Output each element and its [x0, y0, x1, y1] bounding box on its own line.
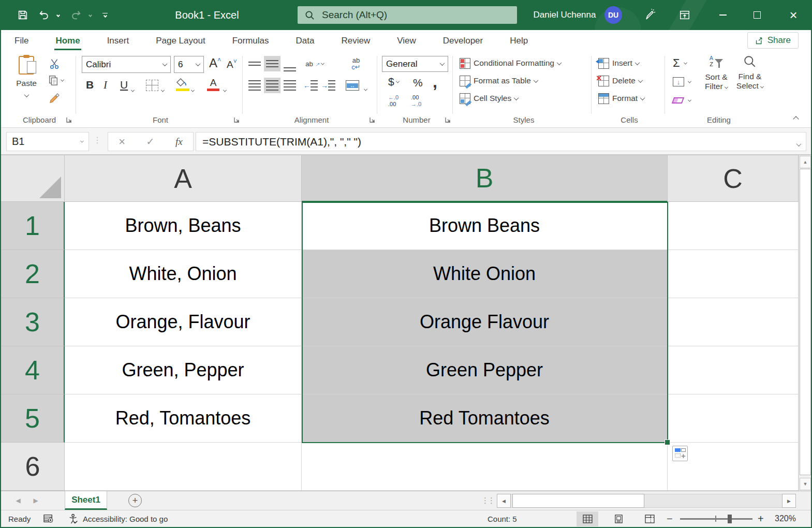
vertical-scroll-thumb[interactable] [800, 169, 811, 475]
merge-center-dropdown[interactable] [364, 84, 367, 93]
customize-quick-access-toolbar[interactable] [98, 0, 112, 30]
avatar[interactable]: DU [604, 6, 622, 24]
font-name-combo[interactable]: Calibri [82, 56, 171, 73]
merge-center-button[interactable]: ↔ [344, 78, 361, 93]
font-size-combo[interactable]: 6 [174, 56, 204, 73]
page-break-preview-button[interactable] [639, 511, 660, 526]
sheet-tab-sheet1[interactable]: Sheet1 [65, 491, 107, 510]
align-middle-button[interactable] [264, 56, 280, 71]
cell-B4[interactable]: Green Pepper [302, 346, 668, 394]
clipboard-dialog-launcher[interactable] [66, 116, 72, 123]
align-bottom-button[interactable] [282, 56, 298, 71]
redo-button[interactable] [67, 0, 85, 30]
fill-color-button[interactable] [176, 78, 189, 91]
tab-file[interactable]: File [12, 30, 31, 52]
row-header-2[interactable]: 2 [1, 250, 65, 298]
formula-input[interactable]: =SUBSTITUTE(TRIM(A1),", "," ") [196, 132, 806, 151]
expand-formula-bar-button[interactable] [797, 139, 801, 149]
coming-soon-button[interactable] [638, 0, 661, 30]
row-header-5[interactable]: 5 [1, 394, 65, 443]
cell-C4[interactable] [668, 346, 799, 394]
insert-function-button[interactable]: fx [175, 136, 183, 148]
cell-A3[interactable]: Orange, Flavour [65, 298, 302, 346]
cell-B2[interactable]: White Onion [302, 250, 668, 298]
copy-button[interactable] [48, 75, 64, 86]
new-sheet-button[interactable]: + [128, 494, 142, 507]
cell-B1[interactable]: Brown Beans [302, 202, 668, 250]
scroll-down-button[interactable]: ▼ [800, 478, 811, 490]
row-header-4[interactable]: 4 [1, 346, 65, 394]
name-box[interactable]: B1 [6, 132, 89, 151]
zoom-out-button[interactable]: − [667, 510, 673, 527]
tab-scroll-splitter[interactable]: ⋮⋮ [481, 491, 494, 510]
conditional-formatting-button[interactable]: Conditional Formatting [460, 55, 561, 71]
font-dialog-launcher[interactable] [233, 116, 240, 123]
save-button[interactable] [13, 0, 32, 30]
shrink-font-button[interactable]: A˅ [227, 58, 237, 70]
number-format-combo[interactable]: General [382, 56, 448, 72]
tab-view[interactable]: View [395, 30, 418, 52]
horizontal-scroll-thumb[interactable] [512, 494, 644, 508]
accessibility-status[interactable]: Accessibility: Good to go [68, 510, 168, 527]
normal-view-button[interactable] [577, 511, 598, 526]
zoom-in-button[interactable]: + [758, 510, 764, 527]
align-left-button[interactable] [246, 78, 263, 93]
minimize-button[interactable] [708, 0, 737, 30]
scroll-right-button[interactable]: ▶ [782, 494, 796, 508]
maximize-button[interactable] [743, 0, 772, 30]
borders-dropdown[interactable] [161, 85, 164, 94]
insert-cells-button[interactable]: Insert [598, 55, 639, 71]
grow-font-button[interactable]: A˄ [209, 56, 221, 70]
align-top-button[interactable] [246, 56, 263, 71]
enter-button[interactable]: ✓ [146, 136, 155, 148]
fill-color-dropdown[interactable] [191, 85, 194, 94]
autofill-options-button[interactable]: + [672, 446, 688, 461]
cell-A5[interactable]: Red, Tomantoes [65, 394, 302, 443]
zoom-slider-thumb[interactable] [728, 515, 732, 523]
align-center-button[interactable] [264, 78, 280, 93]
close-button[interactable]: × [778, 0, 809, 30]
autosum-button[interactable]: Σ [673, 55, 687, 71]
font-color-button[interactable]: A [207, 78, 219, 91]
next-sheet-button[interactable]: ▶ [29, 491, 42, 510]
find-select-button[interactable]: Find & Select [734, 55, 766, 91]
vertical-scrollbar[interactable]: ▲ ▼ [799, 155, 811, 491]
number-dialog-launcher[interactable] [445, 116, 451, 123]
cut-button[interactable] [49, 58, 60, 71]
zoom-level[interactable]: 320% [775, 510, 796, 527]
sort-filter-button[interactable]: AZ Sort & Filter [702, 55, 731, 91]
increase-decimal-button[interactable]: ←.0.00 [388, 94, 398, 107]
prev-sheet-button[interactable]: ◀ [11, 491, 25, 510]
undo-button[interactable] [35, 0, 53, 30]
scroll-left-button[interactable]: ◀ [497, 494, 511, 508]
macro-record-button[interactable] [43, 510, 54, 527]
cell-B3[interactable]: Orange Flavour [302, 298, 668, 346]
fill-handle[interactable] [665, 439, 670, 445]
format-as-table-button[interactable]: Format as Table [460, 72, 538, 89]
share-button[interactable]: Share [747, 32, 799, 49]
tab-page-layout[interactable]: Page Layout [154, 30, 207, 52]
format-cells-button[interactable]: Format [598, 90, 644, 107]
cell-B6[interactable] [302, 443, 668, 491]
row-header-6[interactable]: 6 [1, 443, 65, 491]
italic-button[interactable]: I [104, 79, 107, 92]
tab-insert[interactable]: Insert [105, 30, 131, 52]
cell-C2[interactable] [668, 250, 799, 298]
percent-style-button[interactable]: % [413, 77, 423, 89]
orientation-button[interactable]: ab → [304, 56, 325, 71]
tab-developer[interactable]: Developer [441, 30, 485, 52]
column-header-c[interactable]: C [668, 155, 799, 202]
cell-A1[interactable]: Brown, Beans [65, 202, 302, 250]
underline-button[interactable]: U [120, 79, 128, 91]
format-painter-button[interactable] [49, 92, 61, 106]
row-header-3[interactable]: 3 [1, 298, 65, 346]
undo-dropdown[interactable] [53, 0, 63, 30]
accounting-format-button[interactable]: $ [388, 76, 399, 88]
decrease-indent-button[interactable]: ← [302, 78, 319, 93]
cell-C5[interactable] [668, 394, 799, 443]
cancel-button[interactable]: × [119, 135, 125, 149]
cell-styles-button[interactable]: Cell Styles [460, 90, 518, 107]
cell-B5[interactable]: Red Tomantoes [302, 394, 668, 443]
font-color-dropdown[interactable] [224, 85, 226, 94]
tab-home[interactable]: Home [53, 30, 82, 52]
